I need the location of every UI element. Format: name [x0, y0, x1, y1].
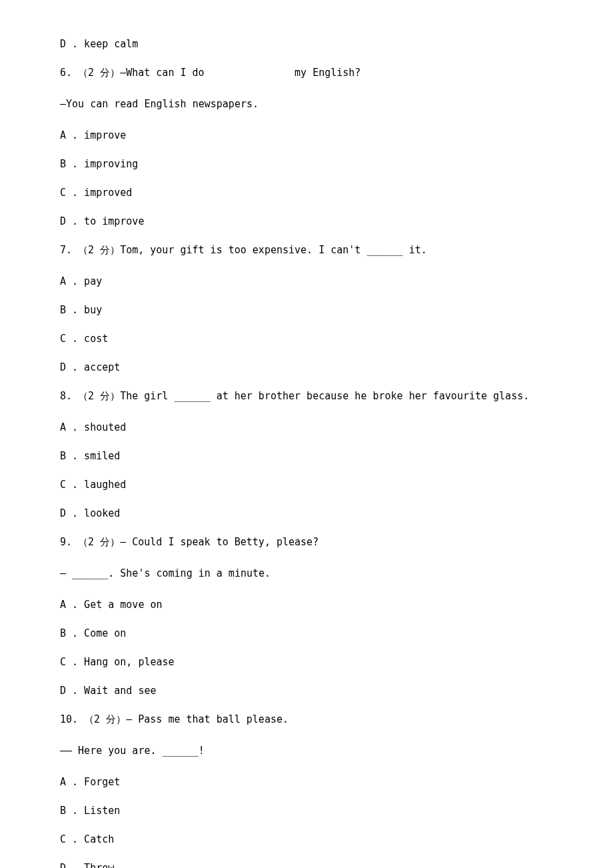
question-8-option-d: D . looked: [60, 507, 553, 521]
question-7-stem: 7. （2 分）Tom, your gift is too expensive.…: [60, 243, 553, 257]
question-8-option-c: C . laughed: [60, 478, 553, 492]
question-9-stem: 9. （2 分）— Could I speak to Betty, please…: [60, 535, 553, 549]
question-10-option-a: A . Forget: [60, 775, 553, 789]
question-10-option-b: B . Listen: [60, 804, 553, 818]
question-7-option-c: C . cost: [60, 332, 553, 346]
question-6-stem: 6. （2 分）—What can I do my English?: [60, 66, 553, 80]
question-7-option-b: B . buy: [60, 303, 553, 317]
question-10-option-d: D . Throw: [60, 861, 553, 868]
question-6-option-b: B . improving: [60, 157, 553, 171]
question-8-stem: 8. （2 分）The girl ______ at her brother b…: [60, 389, 553, 403]
question-9-option-d: D . Wait and see: [60, 684, 553, 698]
question-8-option-b: B . smiled: [60, 449, 553, 463]
question-10-stem: 10. （2 分）— Pass me that ball please.: [60, 713, 553, 727]
question-6-option-a: A . improve: [60, 129, 553, 143]
question-6-option-c: C . improved: [60, 186, 553, 200]
question-10-option-c: C . Catch: [60, 833, 553, 847]
question-7-option-a: A . pay: [60, 275, 553, 289]
question-7-option-d: D . accept: [60, 361, 553, 375]
question-9-option-c: C . Hang on, please: [60, 655, 553, 669]
question-9-option-a: A . Get a move on: [60, 598, 553, 612]
question-8-option-a: A . shouted: [60, 421, 553, 435]
question-6-option-d: D . to improve: [60, 215, 553, 229]
question-9-option-b: B . Come on: [60, 627, 553, 641]
question-6-stem-line2: —You can read English newspapers.: [60, 97, 553, 111]
question-10-stem-line2: —— Here you are. ______!: [60, 744, 553, 758]
question-5-option-d: D . keep calm: [60, 37, 553, 51]
question-9-stem-line2: — ______. She's coming in a minute.: [60, 567, 553, 581]
